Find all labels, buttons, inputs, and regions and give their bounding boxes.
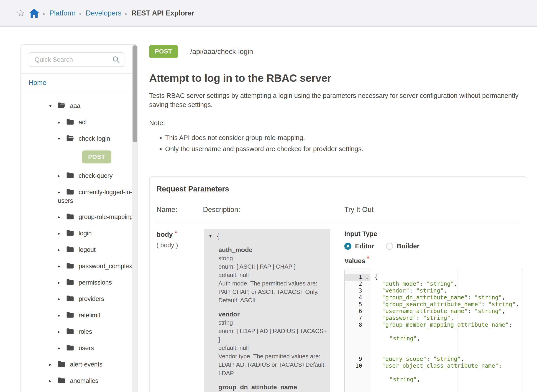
caret-down-icon[interactable]: ▾ [209,232,217,240]
sidebar-item-check-login[interactable]: ▾ check-login [21,131,137,147]
param-name-cell: body* ( body ) [156,231,178,249]
code-line: 4 "group_dn_attribute_name": "string", [345,294,522,301]
radio-editor[interactable]: Editor [344,243,374,250]
note-label: Note: [149,119,529,127]
sidebar-item-providers[interactable]: ▸ providers [21,291,137,307]
sidebar-item-label: roles [79,328,92,335]
folder-icon [66,230,74,236]
sidebar-scrollbar-track[interactable] [132,45,137,392]
caret-right-icon[interactable]: ▸ [58,172,65,180]
caret-right-icon[interactable]: ▸ [49,377,56,385]
radio-builder[interactable]: Builder [386,243,419,250]
sidebar-item-label: password_complexity [79,262,138,270]
sidebar-item-label: providers [79,295,104,302]
note-list: This API does not consider group-role-ma… [149,134,529,153]
sidebar-item-check-query[interactable]: ▸ check-query [21,168,137,184]
code-line: 6 "username_attribute_name": "string", [345,308,522,315]
page-title: Attempt to log in to the RBAC server [149,72,529,84]
favorite-star-icon[interactable]: ☆ [16,8,25,18]
sidebar-item-acl[interactable]: ▸ acl [21,114,137,131]
radio-selected-icon[interactable] [344,243,351,250]
breadcrumb-link-developers[interactable]: Developers [86,9,121,17]
sidebar-item-logout[interactable]: ▸ logout [21,242,137,258]
sidebar-item-users[interactable]: ▸ users [21,340,137,356]
caret-down-icon[interactable]: ▾ [49,102,56,110]
input-type-label: Input Type [344,230,523,238]
code-line: 5 "group_search_attribute_name": "string… [345,301,522,308]
caret-right-icon[interactable]: ▸ [58,262,65,271]
code-line: 8 "group_member_mapping_attribute_name":… [345,322,522,356]
request-parameters-panel: Request Parameters Name: Description: Tr… [149,176,527,392]
sidebar-item-label: alert-events [70,361,103,368]
breadcrumb-link-platform[interactable]: Platform [49,9,75,17]
caret-right-icon[interactable]: ▸ [58,295,65,303]
param-type-paren: ( body ) [156,242,178,249]
folder-icon [66,279,74,285]
method-badge[interactable]: POST [82,150,111,163]
sidebar-item-label: acl [79,119,87,126]
code-line: 10 "user_object_class_attribute_name": "… [345,362,522,392]
schema-field-default: default: null [218,344,327,352]
try-it-out-column: Input Type Editor Builder Values* 1▾ { [344,230,523,392]
sidebar-item-ratelimit[interactable]: ▸ ratelimit [21,307,137,323]
api-tree-sidebar: Home ▾ aaa ▸ acl ▾ check-login [20,44,138,392]
sidebar-item-aaa[interactable]: ▾ aaa [21,98,137,114]
sidebar-item-login[interactable]: ▸ login [21,225,137,242]
caret-right-icon[interactable]: ▸ [58,328,65,336]
sidebar-item-password-complexity[interactable]: ▸ password_complexity [21,258,137,274]
method-badge: POST [149,45,178,58]
sidebar-item-label: check-login [79,135,110,142]
radio-unselected-icon[interactable] [386,243,393,250]
breadcrumb-current-page: REST API Explorer [132,9,194,17]
caret-down-icon[interactable]: ▾ [58,135,65,143]
column-header-description: Description: [203,205,240,214]
sidebar-item-label: check-query [79,172,113,179]
breadcrumb-bar: ☆ ▸ Platform ▸ Developers ▸ REST API Exp… [0,0,537,27]
folder-icon [66,172,74,178]
note-item: This API does not consider group-role-ma… [165,134,529,142]
column-header-name: Name: [156,205,177,214]
sidebar-item-label: aaa [70,102,80,109]
code-line: 3 "vendor": "string", [345,287,522,294]
folder-icon [66,119,74,125]
schema-field: auth_mode string enum: [ ASCII | PAP | C… [218,246,327,305]
param-name: body [156,231,173,238]
folder-icon [66,188,74,195]
search-input[interactable] [29,52,124,67]
sidebar-item-alert-events[interactable]: ▸ alert-events [21,356,137,373]
note-item: Only the username and password are check… [165,145,529,153]
caret-right-icon[interactable]: ▸ [58,278,65,287]
sidebar-scrollbar-thumb[interactable] [132,45,137,142]
home-icon[interactable] [29,8,39,18]
sidebar-item-roles[interactable]: ▸ roles [21,323,137,340]
panel-title: Request Parameters [156,185,229,193]
sidebar-item-anomalies[interactable]: ▸ anomalies [21,373,137,389]
schema-field-description: Vendor type. The permitted values are: L… [218,352,327,378]
caret-right-icon[interactable]: ▸ [58,344,65,352]
api-tree: ▾ aaa ▸ acl ▾ check-login POST [21,92,137,391]
folder-icon [66,295,74,302]
caret-right-icon[interactable]: ▸ [58,213,65,221]
sidebar-item-check-login-post[interactable]: POST [21,147,137,168]
schema-field-name: vendor [218,310,327,318]
folder-icon [58,361,65,367]
folder-icon [66,344,74,351]
required-asterisk: * [175,230,177,236]
caret-right-icon[interactable]: ▸ [58,311,65,320]
sidebar-item-group-role-mappings[interactable]: ▸ group-role-mappings [21,209,137,225]
sidebar-item-permissions[interactable]: ▸ permissions [21,274,137,291]
caret-right-icon[interactable]: ▸ [49,360,56,369]
caret-right-icon[interactable]: ▸ [58,229,65,238]
column-header-try-it-out: Try It Out [344,205,373,214]
json-values-editor[interactable]: 1▾ { 2 "auth_mode": "string", 3 "vendor"… [344,269,523,392]
caret-right-icon[interactable]: ▸ [58,246,65,254]
quick-search-container [21,45,137,73]
sidebar-item-currently-logged-in-users[interactable]: ▸ currently-logged-in-users [21,184,137,209]
caret-right-icon[interactable]: ▸ [58,188,65,196]
sidebar-item-label: anomalies [70,377,98,384]
sidebar-item-home[interactable]: Home [21,74,137,92]
folder-open-icon [58,102,65,109]
caret-right-icon[interactable]: ▸ [58,118,65,126]
schema-field-type: string [218,254,327,262]
radio-builder-label: Builder [397,243,419,250]
